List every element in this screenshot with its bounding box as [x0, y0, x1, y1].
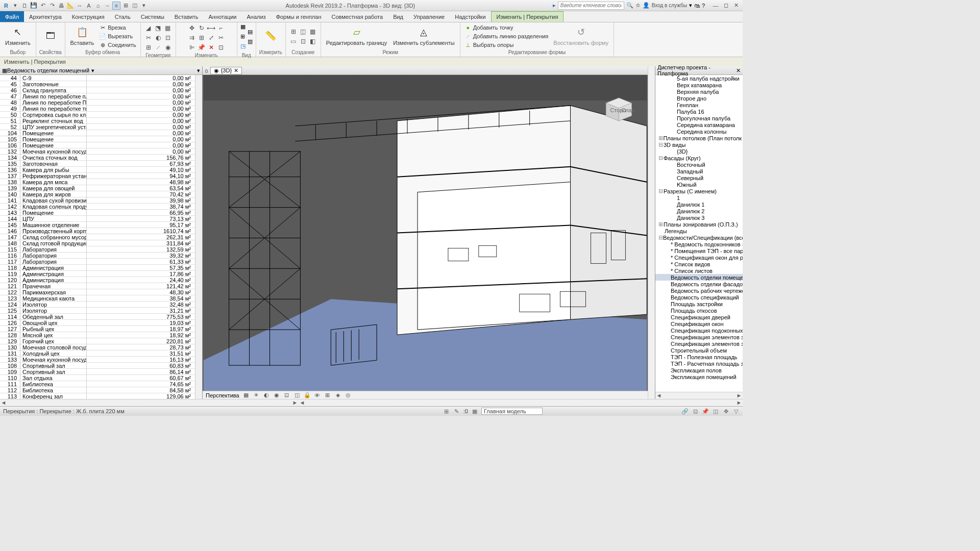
move-icon[interactable]: ✥	[187, 23, 197, 33]
table-row[interactable]: 141Кладовая сухой провизии39,98 м²	[0, 197, 195, 204]
info-icon[interactable]: ▸	[553, 2, 556, 9]
browser-hscroll[interactable]: ◄ ►	[655, 392, 743, 399]
tree-item[interactable]: Верх катамарана	[655, 82, 743, 88]
table-row[interactable]: 131Холодный цех31,51 м²	[0, 350, 195, 357]
mirror-icon[interactable]: ⟷	[207, 23, 216, 33]
tree-item[interactable]: Середина колонны	[655, 128, 743, 135]
geom-icon[interactable]: ◉	[163, 43, 173, 52]
thin-lines-icon[interactable]: ≡	[112, 2, 120, 10]
tree-item[interactable]: Легенды	[655, 228, 743, 234]
select-face-icon[interactable]: ◫	[712, 408, 719, 415]
lock-icon[interactable]: 🔒	[304, 392, 311, 399]
tree-item[interactable]: Генплан	[655, 102, 743, 108]
create-icon[interactable]: ▦	[308, 27, 317, 36]
tree-item[interactable]: ⊟Разрезы (С именем)	[655, 188, 743, 194]
geom-icon[interactable]: ◢	[144, 23, 153, 33]
cut-button[interactable]: ✂Врезка	[98, 23, 137, 32]
create-icon[interactable]: ▭	[289, 37, 298, 46]
close-icon[interactable]: ▾	[197, 67, 200, 74]
tree-item[interactable]: {3D}	[655, 148, 743, 155]
table-row[interactable]: 106Помещение0,00 м²	[0, 142, 195, 148]
table-row[interactable]: 45Заготовочные0,00 м²	[0, 81, 195, 87]
analytical-icon[interactable]: ◈	[334, 392, 341, 399]
browser-header[interactable]: Диспетчер проекта - Платформа ✕	[655, 66, 743, 75]
tree-item[interactable]: Площадь застройки	[655, 300, 743, 307]
properties-button[interactable]: 🗔	[42, 29, 59, 43]
table-row[interactable]: 121Прачечная121,42 м²	[0, 283, 195, 289]
dropdown-icon[interactable]: ▾	[689, 2, 692, 9]
table-row[interactable]: 123Медицинская каюта38,54 м²	[0, 295, 195, 302]
open-icon[interactable]: ▾	[11, 2, 19, 10]
add-point-button[interactable]: ●Добавить точку	[463, 23, 550, 32]
view-canvas[interactable]: Сторо Спад	[203, 75, 648, 391]
dropdown-icon[interactable]: ▾	[91, 67, 94, 74]
sun-icon[interactable]: ☀	[253, 392, 260, 399]
temp-hide-icon[interactable]: 👁	[314, 392, 321, 399]
table-row[interactable]: 110Зал отдыха60,67 м²	[0, 375, 195, 381]
tree-item[interactable]: * Ведомость подоконников - ра	[655, 241, 743, 247]
select-pinned-icon[interactable]: 📌	[702, 408, 709, 415]
menu-tab[interactable]: Архитектура	[24, 11, 67, 22]
tree-item[interactable]: ТЭП - Расчетная площадь зд	[655, 360, 743, 367]
table-row[interactable]: 129Горячий цех220,81 м²	[0, 338, 195, 344]
tree-item[interactable]: Второе дно	[655, 95, 743, 102]
text-icon[interactable]: A	[85, 2, 93, 10]
reset-shape-button[interactable]: ↺Восстановить форму	[551, 26, 610, 47]
join-button[interactable]: ⊕Соединить	[98, 41, 137, 49]
offset-icon[interactable]: ⇉	[187, 33, 197, 42]
tree-item[interactable]: Ведомость отделки фасадов	[655, 281, 743, 287]
tree-item[interactable]: 1	[655, 194, 743, 201]
tree-item[interactable]: Прогулочная палуба	[655, 115, 743, 121]
table-row[interactable]: 135Заготовочная67,93 м²	[0, 161, 195, 167]
menu-tab[interactable]: Аннотации	[204, 11, 242, 22]
table-row[interactable]: 138Камера для мяса48,98 м²	[0, 179, 195, 185]
mod-icon[interactable]: ⊡	[216, 43, 226, 52]
table-row[interactable]: 133Моечная кухонной посуды16,13 м²	[0, 357, 195, 363]
menu-tab[interactable]: Изменить | Перекрытия	[491, 11, 564, 22]
table-row[interactable]: 46Склад гранулята0,00 м²	[0, 87, 195, 93]
drag-icon[interactable]: ✥	[722, 408, 729, 415]
table-row[interactable]: 144ЦПУ73,13 м²	[0, 216, 195, 222]
maximize-button[interactable]: ◻	[721, 2, 730, 10]
menu-tab[interactable]: Системы	[136, 11, 169, 22]
table-row[interactable]: 134Очистка сточных вод156,76 м²	[0, 155, 195, 161]
tree-item[interactable]: Палуба 16	[655, 108, 743, 115]
menu-tab[interactable]: Формы и генплан	[271, 11, 327, 22]
menu-tab[interactable]: Вставить	[169, 11, 204, 22]
tree-item[interactable]: Ведомость спецификаций	[655, 294, 743, 300]
table-row[interactable]: 148Склад готовой продукции311,84 м²	[0, 240, 195, 246]
table-row[interactable]: 128Мясной цех18,92 м²	[0, 332, 195, 338]
select-underlay-icon[interactable]: ⊡	[692, 408, 699, 415]
table-row[interactable]: 145Машинное отделение95,17 м²	[0, 222, 195, 228]
tree-item[interactable]: ⊟3D виды	[655, 141, 743, 148]
create-icon[interactable]: ⊞	[289, 27, 298, 36]
schedule-grid[interactable]: 44С-90,00 м²45Заготовочные0,00 м²46Склад…	[0, 75, 195, 399]
table-row[interactable]: 109Спортивный зал86,14 м²	[0, 369, 195, 375]
tree-item[interactable]: Площадь откосов	[655, 307, 743, 314]
minimize-button[interactable]: —	[711, 2, 720, 10]
trim-icon[interactable]: ⌐	[216, 23, 226, 33]
split-icon[interactable]: ✂	[216, 33, 226, 42]
print-icon[interactable]: 🖶	[57, 2, 65, 10]
table-row[interactable]: 147Склад собранного мусора262,31 м²	[0, 234, 195, 240]
tree-item[interactable]: Спецификация окон	[655, 320, 743, 327]
measure-button[interactable]: 📏	[262, 29, 279, 43]
crop-visible-icon[interactable]: ◫	[293, 392, 301, 399]
home-icon[interactable]: ⌂	[205, 67, 208, 73]
dim-icon[interactable]: ↔	[76, 2, 84, 10]
table-row[interactable]: 120Администрация24,40 м²	[0, 277, 195, 283]
paste-button[interactable]: 📋Вставить	[68, 26, 96, 47]
tree-item[interactable]: Середина катамарана	[655, 121, 743, 128]
table-row[interactable]: 116Лаборатория39,32 м²	[0, 253, 195, 259]
visual-style-icon[interactable]: ▦	[242, 392, 250, 399]
tree-item[interactable]: Верхняя палуба	[655, 88, 743, 95]
close-icon[interactable]: ✕	[234, 67, 238, 74]
tree-item[interactable]: Спецификация элементов запол	[655, 340, 743, 347]
table-row[interactable]: 115Лаборатория132,59 м²	[0, 246, 195, 253]
geom-icon[interactable]: ⊡	[163, 33, 173, 42]
create-icon[interactable]: ◧	[308, 37, 317, 46]
table-row[interactable]: 146Производственный корпус1610,74 м²	[0, 228, 195, 234]
worksets-icon[interactable]: ⊞	[443, 408, 450, 415]
table-row[interactable]: 44С-90,00 м²	[0, 75, 195, 81]
tree-item[interactable]: Западный	[655, 168, 743, 174]
